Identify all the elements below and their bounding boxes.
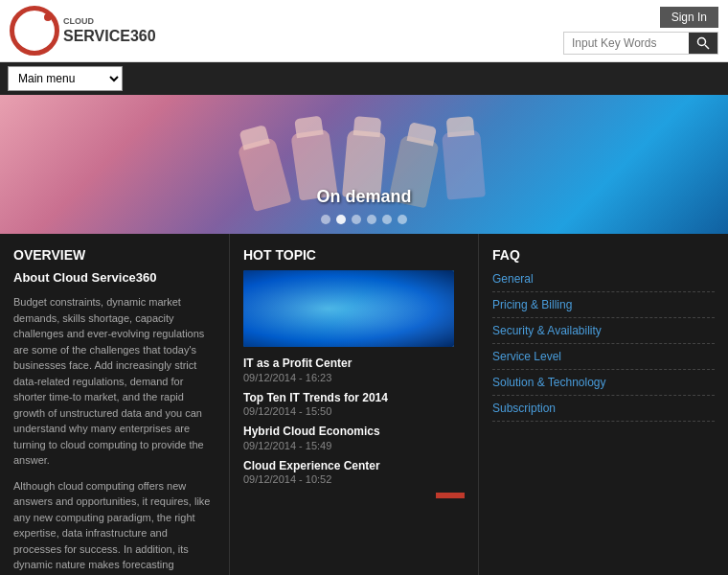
logo-circle	[10, 6, 59, 56]
hot-topic-red-bar	[436, 493, 465, 498]
hot-topic-image	[243, 270, 454, 347]
dot-1[interactable]	[321, 215, 330, 224]
faq-link-2[interactable]: Security & Availability	[492, 318, 715, 344]
search-icon	[696, 36, 710, 50]
hot-topic-panel: HOT TOPIC IT as a Profit Center 09/12/20…	[230, 234, 479, 575]
hand-5	[442, 129, 486, 199]
logo-num: 360	[130, 28, 156, 44]
svg-line-1	[705, 45, 709, 49]
svg-point-0	[698, 38, 706, 46]
hero-banner: On demand	[0, 95, 728, 234]
article-0: IT as a Profit Center 09/12/2014 - 16:23	[243, 356, 465, 383]
article-title-2[interactable]: Hybrid Cloud Economics	[243, 425, 465, 440]
logo-text: CLOUD SERVICE360	[63, 16, 156, 45]
dot-5[interactable]	[382, 215, 392, 224]
article-2: Hybrid Cloud Economics 09/12/2014 - 15:4…	[243, 425, 465, 451]
faq-links: GeneralPricing & BillingSecurity & Avail…	[492, 270, 715, 422]
hero-hands-image	[0, 95, 728, 234]
overview-panel: OVERVIEW About Cloud Service360 Budget c…	[0, 234, 230, 575]
article-title-3[interactable]: Cloud Experience Center	[243, 459, 465, 474]
sign-in-button[interactable]: Sign In	[660, 7, 718, 28]
logo-area: CLOUD SERVICE360	[10, 6, 156, 56]
hot-topic-title: HOT TOPIC	[243, 247, 465, 263]
article-title-1[interactable]: Top Ten IT Trends for 2014	[243, 391, 465, 406]
header: CLOUD SERVICE360 Sign In	[0, 0, 728, 62]
search-button[interactable]	[689, 33, 717, 54]
faq-link-0[interactable]: General	[492, 270, 715, 292]
article-date-0: 09/12/2014 - 16:23	[243, 372, 465, 383]
nav-bar: Main menu	[0, 62, 728, 95]
top-right: Sign In	[563, 7, 718, 55]
article-date-3: 09/12/2014 - 10:52	[243, 473, 465, 485]
dot-2[interactable]	[336, 215, 346, 224]
faq-title: FAQ	[492, 247, 715, 263]
main-content: OVERVIEW About Cloud Service360 Budget c…	[0, 234, 728, 575]
faq-link-5[interactable]: Subscription	[492, 396, 715, 422]
overview-para-1: Budget constraints, dynamic market deman…	[13, 294, 216, 469]
faq-link-4[interactable]: Solution & Technology	[492, 370, 715, 396]
dot-3[interactable]	[352, 215, 361, 224]
main-menu-select[interactable]: Main menu	[8, 66, 123, 91]
article-1: Top Ten IT Trends for 2014 09/12/2014 - …	[243, 391, 465, 418]
logo-service-num: SERVICE360	[63, 27, 156, 45]
logo-cloud: CLOUD	[63, 16, 156, 27]
faq-link-1[interactable]: Pricing & Billing	[492, 292, 715, 318]
faq-panel: FAQ GeneralPricing & BillingSecurity & A…	[479, 234, 728, 575]
hero-caption: On demand	[316, 187, 411, 207]
search-bar	[563, 32, 718, 55]
dot-6[interactable]	[398, 215, 407, 224]
article-title-0[interactable]: IT as a Profit Center	[243, 356, 465, 372]
overview-subtitle: About Cloud Service360	[13, 270, 216, 285]
hero-dots	[321, 215, 407, 224]
article-date-2: 09/12/2014 - 15:49	[243, 440, 465, 451]
overview-title: OVERVIEW	[13, 247, 216, 263]
articles-list: IT as a Profit Center 09/12/2014 - 16:23…	[243, 356, 465, 485]
hot-topic-image-inner	[243, 270, 454, 347]
article-date-1: 09/12/2014 - 15:50	[243, 405, 465, 417]
hand-1	[238, 137, 292, 212]
search-input[interactable]	[564, 34, 689, 53]
logo-service: SERVICE	[63, 28, 130, 44]
faq-link-3[interactable]: Service Level	[492, 344, 715, 370]
dot-4[interactable]	[367, 215, 376, 224]
article-3: Cloud Experience Center 09/12/2014 - 10:…	[243, 459, 465, 486]
overview-para-2: Although cloud computing offers new answ…	[13, 478, 216, 576]
